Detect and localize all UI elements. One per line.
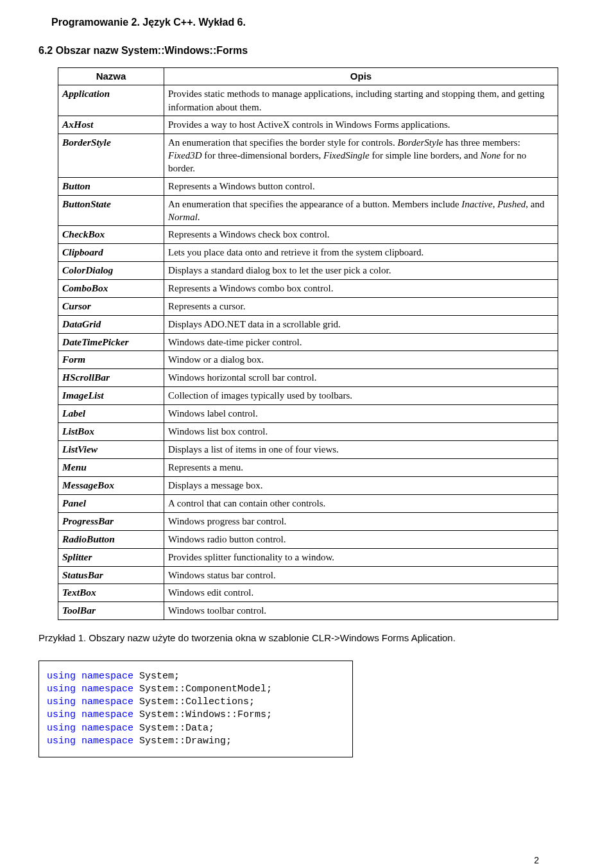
code-line: using namespace System::Windows::Forms;: [47, 709, 345, 721]
cell-desc: Displays a list of items in one of four …: [164, 441, 558, 459]
col-header-name: Nazwa: [58, 68, 164, 85]
cell-name: Splitter: [58, 548, 164, 566]
cell-name: Panel: [58, 494, 164, 512]
table-row: DataGridDisplays ADO.NET data in a scrol…: [58, 315, 558, 333]
table-row: CursorRepresents a cursor.: [58, 297, 558, 315]
cell-name: ImageList: [58, 387, 164, 405]
cell-desc: Displays a message box.: [164, 476, 558, 494]
cell-name: ComboBox: [58, 279, 164, 297]
cell-desc: Provides static methods to manage applic…: [164, 85, 558, 116]
cell-desc: Windows date-time picker control.: [164, 333, 558, 351]
cell-name: RadioButton: [58, 530, 164, 548]
cell-name: AxHost: [58, 116, 164, 134]
cell-name: DataGrid: [58, 315, 164, 333]
cell-desc: An enumeration that specifies the border…: [164, 134, 558, 177]
table-row: DateTimePicker Windows date-time picker …: [58, 333, 558, 351]
cell-desc: Lets you place data onto and retrieve it…: [164, 243, 558, 261]
cell-desc: Provides splitter functionality to a win…: [164, 548, 558, 566]
cell-desc: Windows label control.: [164, 405, 558, 423]
code-line: using namespace System::Data;: [47, 722, 345, 735]
cell-desc: Represents a Windows button control.: [164, 177, 558, 195]
cell-desc: Represents a menu.: [164, 459, 558, 477]
cell-desc: Window or a dialog box.: [164, 351, 558, 369]
table-row: ButtonRepresents a Windows button contro…: [58, 177, 558, 195]
cell-desc: Windows list box control.: [164, 423, 558, 441]
code-line: using namespace System::Collections;: [47, 696, 345, 709]
table-row: ListViewDisplays a list of items in one …: [58, 441, 558, 459]
table-row: FormWindow or a dialog box.: [58, 351, 558, 369]
table-row: TextBoxWindows edit control.: [58, 584, 558, 602]
cell-name: BorderStyle: [58, 134, 164, 177]
section-heading: 6.2 Obszar nazw System::Windows::Forms: [38, 44, 578, 58]
page-number: 2: [534, 854, 539, 864]
cell-desc: Represents a Windows combo box control.: [164, 279, 558, 297]
cell-desc: Windows progress bar control.: [164, 512, 558, 530]
table-row: ColorDialogDisplays a standard dialog bo…: [58, 261, 558, 279]
cell-desc: Windows status bar control.: [164, 566, 558, 584]
table-row: ClipboardLets you place data onto and re…: [58, 243, 558, 261]
cell-desc: Displays a standard dialog box to let th…: [164, 261, 558, 279]
cell-name: StatusBar: [58, 566, 164, 584]
namespace-table: Nazwa Opis ApplicationProvides static me…: [58, 67, 558, 620]
table-row: AxHostProvides a way to host ActiveX con…: [58, 116, 558, 134]
cell-desc: Collection of images typically used by t…: [164, 387, 558, 405]
table-row: LabelWindows label control.: [58, 405, 558, 423]
code-line: using namespace System::Drawing;: [47, 735, 345, 748]
example-caption: Przykład 1. Obszary nazw użyte do tworze…: [38, 632, 578, 644]
table-row: ApplicationProvides static methods to ma…: [58, 85, 558, 116]
cell-name: Application: [58, 85, 164, 116]
table-row: CheckBoxRepresents a Windows check box c…: [58, 226, 558, 244]
cell-name: Menu: [58, 459, 164, 477]
table-row: PanelA control that can contain other co…: [58, 494, 558, 512]
table-row: RadioButtonWindows radio button control.: [58, 530, 558, 548]
code-line: using namespace System;: [47, 670, 345, 683]
table-row: SplitterProvides splitter functionality …: [58, 548, 558, 566]
cell-desc: Displays ADO.NET data in a scrollable gr…: [164, 315, 558, 333]
col-header-desc: Opis: [164, 68, 558, 85]
table-row: MenuRepresents a menu.: [58, 459, 558, 477]
table-row: HScrollBar Windows horizontal scroll bar…: [58, 369, 558, 387]
cell-name: Label: [58, 405, 164, 423]
cell-desc: A control that can contain other control…: [164, 494, 558, 512]
table-row: ButtonStateAn enumeration that specifies…: [58, 195, 558, 226]
cell-desc: Windows horizontal scroll bar control.: [164, 369, 558, 387]
cell-name: ProgressBar: [58, 512, 164, 530]
cell-name: ListView: [58, 441, 164, 459]
cell-name: Form: [58, 351, 164, 369]
cell-desc: Represents a cursor.: [164, 297, 558, 315]
table-row: StatusBarWindows status bar control.: [58, 566, 558, 584]
cell-desc: Windows toolbar control.: [164, 602, 558, 620]
cell-desc: Windows radio button control.: [164, 530, 558, 548]
cell-name: ButtonState: [58, 195, 164, 226]
code-block: using namespace System;using namespace S…: [38, 661, 353, 758]
table-row: ComboBoxRepresents a Windows combo box c…: [58, 279, 558, 297]
document-header: Programowanie 2. Język C++. Wykład 6.: [51, 15, 578, 30]
cell-name: Button: [58, 177, 164, 195]
cell-name: ToolBar: [58, 602, 164, 620]
cell-name: Clipboard: [58, 243, 164, 261]
table-row: ImageListCollection of images typically …: [58, 387, 558, 405]
table-row: ToolBarWindows toolbar control.: [58, 602, 558, 620]
cell-name: TextBox: [58, 584, 164, 602]
cell-name: ColorDialog: [58, 261, 164, 279]
table-row: ProgressBar Windows progress bar control…: [58, 512, 558, 530]
table-row: ListBox Windows list box control.: [58, 423, 558, 441]
cell-name: MessageBox: [58, 476, 164, 494]
cell-desc: Represents a Windows check box control.: [164, 226, 558, 244]
cell-name: Cursor: [58, 297, 164, 315]
cell-desc: Windows edit control.: [164, 584, 558, 602]
cell-name: CheckBox: [58, 226, 164, 244]
cell-desc: Provides a way to host ActiveX controls …: [164, 116, 558, 134]
cell-name: ListBox: [58, 423, 164, 441]
cell-name: DateTimePicker: [58, 333, 164, 351]
cell-desc: An enumeration that specifies the appear…: [164, 195, 558, 226]
table-row: BorderStyleAn enumeration that specifies…: [58, 134, 558, 177]
cell-name: HScrollBar: [58, 369, 164, 387]
table-row: MessageBoxDisplays a message box.: [58, 476, 558, 494]
code-line: using namespace System::ComponentModel;: [47, 683, 345, 696]
